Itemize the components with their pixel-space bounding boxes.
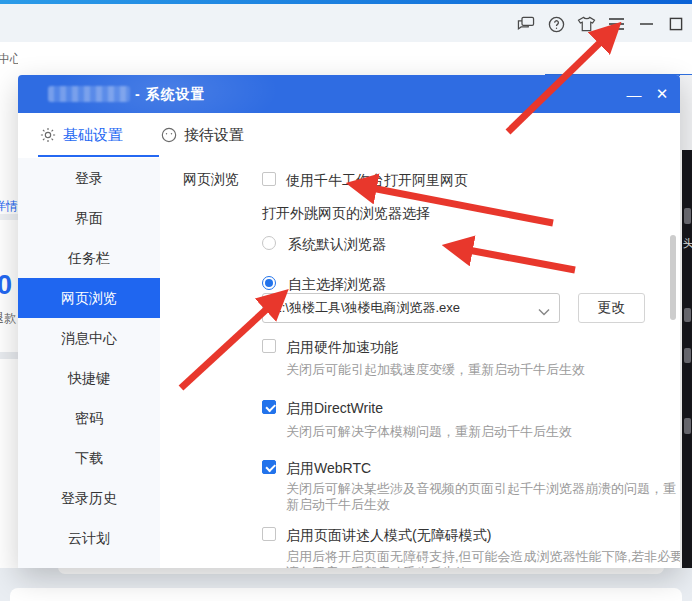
browser-path-value: E:\独楼工具\独楼电商浏览器.exe (273, 299, 460, 317)
narrator-mode-desc: 启用后将开启页面无障碍支持,但可能会造成浏览器性能下降,若非必要,请勿开启，重新… (286, 549, 680, 568)
dialog-title: - 系统设置 (135, 86, 206, 104)
gear-icon (40, 127, 56, 143)
webrtc-label[interactable]: 启用WebRTC (286, 460, 371, 478)
dock-label-fragment: 头 (683, 236, 692, 251)
background-card (10, 588, 682, 601)
dialog-tab-bar: 基础设置 接待设置 (18, 113, 680, 159)
browser-path-select[interactable]: E:\独楼工具\独楼电商浏览器.exe (262, 293, 560, 323)
change-browser-button[interactable]: 更改 (578, 293, 645, 323)
background-left-clip: 中心 详情 0 退款 (0, 42, 18, 601)
feedback-chat-icon[interactable] (516, 14, 536, 34)
sidebar-item-cloud-plan[interactable]: 云计划 (18, 518, 160, 558)
app-toolbar-row: 1 99 (0, 42, 692, 75)
bg-fragment-count: 0 (0, 270, 12, 301)
directwrite-label[interactable]: 启用DirectWrite (286, 400, 383, 418)
dialog-body: 登录 界面 任务栏 网页浏览 消息中心 快捷键 密码 下载 登录历史 云计划 网… (18, 158, 680, 568)
sidebar-item-taskbar[interactable]: 任务栏 (18, 238, 160, 278)
redacted-account-name (48, 86, 130, 102)
active-tab-underline (38, 155, 159, 157)
sidebar-item-interface[interactable]: 界面 (18, 198, 160, 238)
use-workbench-checkbox[interactable] (262, 172, 276, 186)
bg-fragment-center: 中心 (0, 51, 18, 68)
help-icon[interactable] (546, 14, 566, 34)
tab-basic-settings[interactable]: 基础设置 (40, 113, 123, 157)
use-workbench-label[interactable]: 使用千牛工作台打开阿里网页 (286, 172, 468, 190)
bg-divider-band (0, 214, 18, 220)
custom-browser-radio[interactable] (262, 276, 276, 290)
narrator-mode-checkbox[interactable] (262, 527, 276, 541)
hardware-accel-label[interactable]: 启用硬件加速功能 (286, 339, 398, 357)
bg-divider-band (0, 352, 18, 359)
tab-reception-settings[interactable]: 接待设置 (161, 113, 244, 157)
tab-reception-settings-label: 接待设置 (184, 126, 244, 145)
chevron-down-icon (538, 304, 550, 319)
hardware-accel-checkbox[interactable] (262, 339, 276, 353)
dock-icon-fragment (684, 208, 691, 224)
dialog-scrollbar-thumb[interactable] (670, 235, 676, 320)
directwrite-checkbox[interactable] (262, 400, 276, 414)
sidebar-item-password[interactable]: 密码 (18, 398, 160, 438)
tab-basic-settings-label: 基础设置 (63, 126, 123, 145)
clock-icon (161, 127, 177, 143)
sidebar-item-web-browsing[interactable]: 网页浏览 (18, 278, 160, 318)
sidebar-item-message-center[interactable]: 消息中心 (18, 318, 160, 358)
background-right-gutter (680, 75, 692, 150)
settings-sidebar: 登录 界面 任务栏 网页浏览 消息中心 快捷键 密码 下载 登录历史 云计划 (18, 158, 160, 568)
webrtc-checkbox[interactable] (262, 460, 276, 474)
sidebar-item-shortcuts[interactable]: 快捷键 (18, 358, 160, 398)
main-menu-hamburger-icon[interactable] (606, 14, 626, 34)
window-maximize-icon[interactable] (666, 14, 686, 34)
system-default-browser-label[interactable]: 系统默认浏览器 (288, 236, 386, 254)
dock-icon-fragment (684, 308, 691, 322)
system-settings-dialog: - 系统设置 — ✕ 基础设置 接待设置 登录 界面 任务栏 网页浏览 (18, 75, 680, 568)
dock-icon-fragment (684, 348, 691, 363)
dialog-titlebar[interactable]: - 系统设置 — ✕ (18, 75, 680, 113)
directwrite-desc: 关闭后可解决字体模糊问题，重新启动千牛后生效 (286, 424, 680, 440)
webrtc-desc: 关闭后可解决某些涉及音视频的页面引起千牛浏览器崩溃的问题，重新启动千牛后生效 (286, 481, 678, 513)
settings-content-panel: 网页浏览 使用千牛工作台打开阿里网页 打开外跳网页的浏览器选择 系统默认浏览器 … (160, 158, 680, 568)
dock-icon-fragment (684, 418, 691, 434)
sidebar-item-download[interactable]: 下载 (18, 438, 160, 478)
background-dark-dock: 头 (682, 150, 692, 601)
bg-fragment-refund: 退款 (0, 310, 16, 327)
titlebar-icon-group (516, 14, 686, 34)
system-default-browser-radio[interactable] (262, 236, 276, 250)
browser-choice-label: 打开外跳网页的浏览器选择 (262, 205, 430, 223)
bg-fragment-detail-link[interactable]: 详情 (0, 198, 18, 215)
section-label-web-browsing: 网页浏览 (183, 171, 239, 189)
app-titlebar (0, 4, 692, 42)
hardware-accel-desc: 关闭后可能引起加载速度变缓，重新启动千牛后生效 (286, 362, 680, 378)
custom-browser-label[interactable]: 自主选择浏览器 (288, 276, 386, 294)
sidebar-item-login-history[interactable]: 登录历史 (18, 478, 160, 518)
shop-decorate-shirt-icon[interactable] (576, 14, 596, 34)
window-minimize-icon[interactable] (636, 14, 656, 34)
sidebar-item-login[interactable]: 登录 (18, 158, 160, 198)
narrator-mode-label[interactable]: 启用页面讲述人模式(无障碍模式) (286, 527, 491, 545)
dialog-minimize-button[interactable]: — (622, 83, 646, 105)
dialog-close-button[interactable]: ✕ (650, 83, 674, 105)
